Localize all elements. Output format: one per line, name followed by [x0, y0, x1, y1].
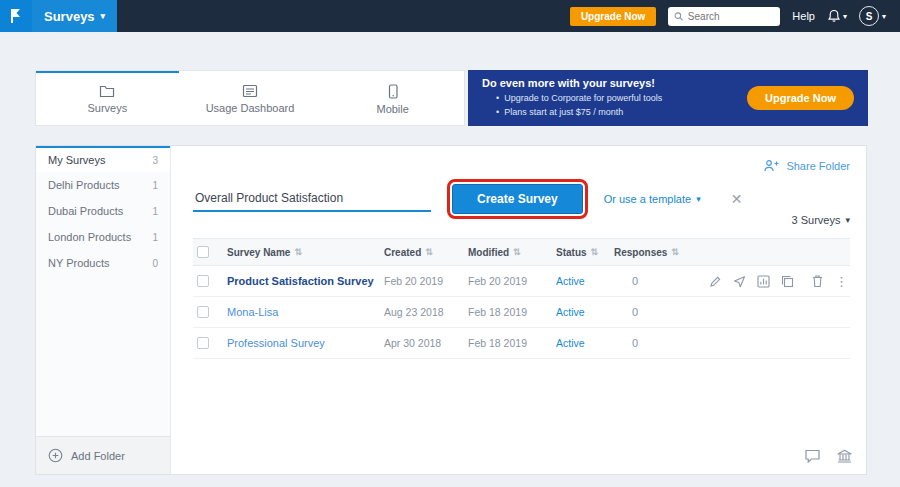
modified-date: Feb 20 2019 [468, 275, 556, 287]
created-date: Aug 23 2018 [384, 306, 468, 318]
edit-icon[interactable] [709, 275, 722, 288]
use-template-label: Or use a template [604, 193, 691, 205]
header-survey-name: Survey Name ⇅ [227, 247, 384, 258]
header-responses: Responses ⇅ [614, 247, 694, 258]
search-icon [674, 11, 684, 22]
report-chart-icon[interactable] [757, 275, 770, 288]
table-row: Product Satisfaction Survey Feb 20 2019 … [193, 266, 850, 297]
surveys-count-dropdown[interactable]: 3 Surveys ▾ [792, 214, 850, 226]
more-options-icon[interactable]: ⋮ [835, 275, 848, 288]
upgrade-banner-bullet: • Upgrade to Corporate for powerful tool… [482, 92, 747, 105]
chevron-down-icon: ▾ [696, 194, 701, 204]
survey-name-link[interactable]: Product Satisfaction Survey [227, 275, 384, 287]
tab-surveys[interactable]: Surveys [36, 71, 179, 125]
survey-name-link[interactable]: Mona-Lisa [227, 306, 384, 318]
use-template-link[interactable]: Or use a template ▾ [604, 193, 701, 205]
sort-icon[interactable]: ⇅ [671, 247, 679, 257]
section-tabs: Surveys Usage Dashboard Mobile [35, 70, 465, 126]
responses-count: 0 [614, 275, 694, 287]
bullet-icon: • [496, 106, 499, 119]
folder-label: NY Products [48, 257, 110, 269]
card-bottom-toolbar [804, 449, 852, 465]
folder-icon [99, 84, 115, 98]
avatar: S [859, 6, 879, 26]
sidebar-item-my-surveys[interactable]: My Surveys 3 [36, 146, 170, 172]
upgrade-now-button-banner[interactable]: Upgrade Now [747, 86, 854, 110]
tab-surveys-label: Surveys [87, 102, 127, 114]
sort-icon[interactable]: ⇅ [591, 247, 599, 257]
app-logo-icon [7, 7, 25, 25]
top-bar: Surveys ▾ Upgrade Now Help ▾ S ▾ [0, 0, 900, 32]
row-checkbox[interactable] [197, 306, 209, 318]
upgrade-banner-bullet-text: Plans start at just $75 / month [504, 106, 623, 119]
modified-date: Feb 18 2019 [468, 337, 556, 349]
delete-icon[interactable] [811, 274, 824, 288]
status-badge: Active [556, 306, 614, 318]
tab-usage-dashboard-label: Usage Dashboard [206, 102, 295, 114]
modified-date: Feb 18 2019 [468, 306, 556, 318]
folder-label: Delhi Products [48, 179, 120, 191]
add-folder-button[interactable]: Add Folder [36, 436, 170, 474]
create-survey-button[interactable]: Create Survey [452, 184, 583, 214]
folder-label: London Products [48, 231, 131, 243]
header-status: Status ⇅ [556, 247, 614, 258]
upgrade-banner-text: Do even more with your surveys! • Upgrad… [482, 77, 747, 118]
share-folder-label: Share Folder [786, 160, 850, 172]
created-date: Feb 20 2019 [384, 275, 468, 287]
upgrade-banner: Do even more with your surveys! • Upgrad… [468, 70, 868, 126]
sidebar-item-london-products[interactable]: London Products 1 [36, 224, 170, 250]
tab-usage-dashboard[interactable]: Usage Dashboard [179, 71, 322, 125]
sort-icon[interactable]: ⇅ [425, 247, 433, 257]
copy-icon[interactable] [781, 275, 794, 288]
sidebar-item-delhi-products[interactable]: Delhi Products 1 [36, 172, 170, 198]
header-label: Modified [468, 247, 509, 258]
survey-name-link[interactable]: Professional Survey [227, 337, 384, 349]
topbar-right-group: Upgrade Now Help ▾ S ▾ [570, 6, 900, 26]
chevron-down-icon: ▾ [101, 11, 106, 21]
app-logo[interactable] [0, 0, 32, 32]
send-icon[interactable] [733, 275, 746, 288]
dashboard-icon [242, 84, 258, 98]
create-survey-row: Create Survey Or use a template ▾ ✕ [193, 179, 742, 219]
status-badge: Active [556, 337, 614, 349]
survey-name-input[interactable] [193, 186, 431, 212]
tab-mobile-label: Mobile [376, 103, 408, 115]
share-folder-button[interactable]: Share Folder [763, 159, 850, 172]
table-header-row: Survey Name ⇅ Created ⇅ Modified ⇅ Statu… [193, 238, 850, 266]
add-folder-icon [48, 448, 63, 463]
row-checkbox[interactable] [197, 337, 209, 349]
search-input[interactable] [688, 11, 774, 22]
sidebar-item-dubai-products[interactable]: Dubai Products 1 [36, 198, 170, 224]
account-menu[interactable]: S ▾ [859, 6, 886, 26]
upgrade-now-button-top[interactable]: Upgrade Now [570, 7, 656, 26]
folder-count: 1 [152, 180, 158, 191]
upgrade-banner-bullet-text: Upgrade to Corporate for powerful tools [504, 92, 662, 105]
help-link[interactable]: Help [792, 10, 815, 22]
select-all-checkbox[interactable] [197, 246, 209, 258]
responses-count: 0 [614, 306, 694, 318]
surveys-menu[interactable]: Surveys ▾ [32, 0, 117, 32]
sidebar-item-ny-products[interactable]: NY Products 0 [36, 250, 170, 276]
sort-icon[interactable]: ⇅ [513, 247, 521, 257]
responses-count: 0 [614, 337, 694, 349]
close-icon[interactable]: ✕ [731, 191, 743, 207]
folder-count: 3 [152, 155, 158, 166]
search-box[interactable] [668, 7, 780, 26]
tab-mobile[interactable]: Mobile [321, 71, 464, 125]
header-label: Survey Name [227, 247, 290, 258]
feedback-bubble-icon[interactable] [804, 449, 821, 465]
header-modified: Modified ⇅ [468, 247, 556, 258]
bell-icon [827, 9, 841, 23]
archive-bank-icon[interactable] [837, 449, 852, 465]
row-checkbox[interactable] [197, 275, 209, 287]
created-date: Apr 30 2018 [384, 337, 468, 349]
upgrade-banner-bullet: • Plans start at just $75 / month [482, 106, 747, 119]
table-row: Mona-Lisa Aug 23 2018 Feb 18 2019 Active… [193, 297, 850, 328]
notifications-menu[interactable]: ▾ [827, 9, 847, 23]
chevron-down-icon: ▾ [843, 12, 847, 21]
sort-icon[interactable]: ⇅ [294, 247, 302, 257]
surveys-content: Share Folder Create Survey Or use a temp… [171, 146, 866, 474]
annotation-highlight: Create Survey [447, 179, 588, 219]
folders-sidebar: My Surveys 3 Delhi Products 1 Dubai Prod… [36, 146, 171, 474]
chevron-down-icon: ▾ [845, 215, 850, 225]
